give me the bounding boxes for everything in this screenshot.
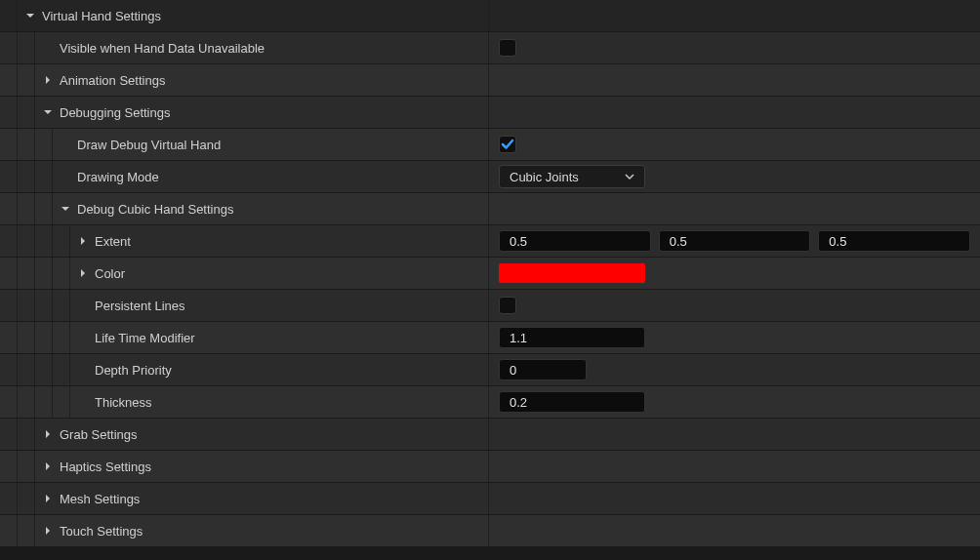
property-label: Depth Priority [95,363,172,378]
section-label: Virtual Hand Settings [42,9,161,23]
checkbox-persistent-lines[interactable] [499,297,516,314]
dropdown-drawing-mode[interactable]: Cubic Joints [499,165,645,188]
property-label: Draw Debug Virtual Hand [77,138,221,152]
section-virtual-hand[interactable]: Virtual Hand Settings [0,0,980,32]
property-label: Extent [95,234,131,249]
row-visible-unavailable: Visible when Hand Data Unavailable [0,32,980,64]
row-thickness: Thickness 0.2 [0,386,980,419]
chevron-down-icon[interactable] [61,204,70,214]
section-label: Debugging Settings [60,105,170,120]
row-persistent-lines: Persistent Lines [0,290,980,322]
section-haptics[interactable]: Haptics Settings [0,451,980,483]
section-label: Animation Settings [60,73,165,88]
row-depth: Depth Priority 0 [0,354,980,386]
property-label: Color [95,266,125,281]
chevron-right-icon[interactable] [43,429,53,439]
section-label: Touch Settings [60,524,143,539]
section-mesh[interactable]: Mesh Settings [0,483,980,515]
row-color: Color [0,258,980,290]
property-label: Thickness [95,395,152,410]
section-debugging[interactable]: Debugging Settings [0,97,980,129]
section-label: Debug Cubic Hand Settings [77,202,233,217]
input-thickness[interactable]: 0.2 [499,391,645,413]
section-touch[interactable]: Touch Settings [0,515,980,547]
properties-panel: Virtual Hand Settings Visible when Hand … [0,0,980,547]
section-grab[interactable]: Grab Settings [0,419,980,451]
property-label: Visible when Hand Data Unavailable [60,41,265,56]
chevron-down-icon[interactable] [43,107,53,117]
section-debug-cubic[interactable]: Debug Cubic Hand Settings [0,193,980,225]
row-extent: Extent 0.5 0.5 0.5 [0,225,980,258]
input-lifetime[interactable]: 1.1 [499,327,645,348]
section-label: Mesh Settings [60,492,140,506]
chevron-right-icon[interactable] [43,494,53,503]
dropdown-value: Cubic Joints [510,170,579,184]
section-label: Grab Settings [60,427,138,442]
chevron-right-icon[interactable] [43,461,53,471]
checkbox-visible-unavailable[interactable] [499,39,516,57]
row-lifetime: Life Time Modifier 1.1 [0,322,980,354]
property-label: Drawing Mode [77,170,159,184]
section-animation[interactable]: Animation Settings [0,64,980,97]
row-draw-debug: Draw Debug Virtual Hand [0,129,980,161]
chevron-right-icon[interactable] [43,526,53,536]
chevron-down-icon [625,172,634,181]
row-drawing-mode: Drawing Mode Cubic Joints [0,161,980,193]
chevron-right-icon[interactable] [78,236,88,246]
checkbox-draw-debug[interactable] [499,136,516,153]
property-label: Life Time Modifier [95,331,195,345]
input-extent-z[interactable]: 0.5 [818,230,970,252]
section-label: Haptics Settings [60,460,151,474]
vector3-extent: 0.5 0.5 0.5 [499,230,970,252]
input-depth[interactable]: 0 [499,359,587,380]
chevron-right-icon[interactable] [43,75,53,85]
chevron-right-icon[interactable] [78,268,88,278]
property-label: Persistent Lines [95,299,185,313]
input-extent-y[interactable]: 0.5 [659,230,811,252]
color-swatch[interactable] [499,263,645,283]
chevron-down-icon[interactable] [25,11,35,20]
input-extent-x[interactable]: 0.5 [499,230,651,252]
